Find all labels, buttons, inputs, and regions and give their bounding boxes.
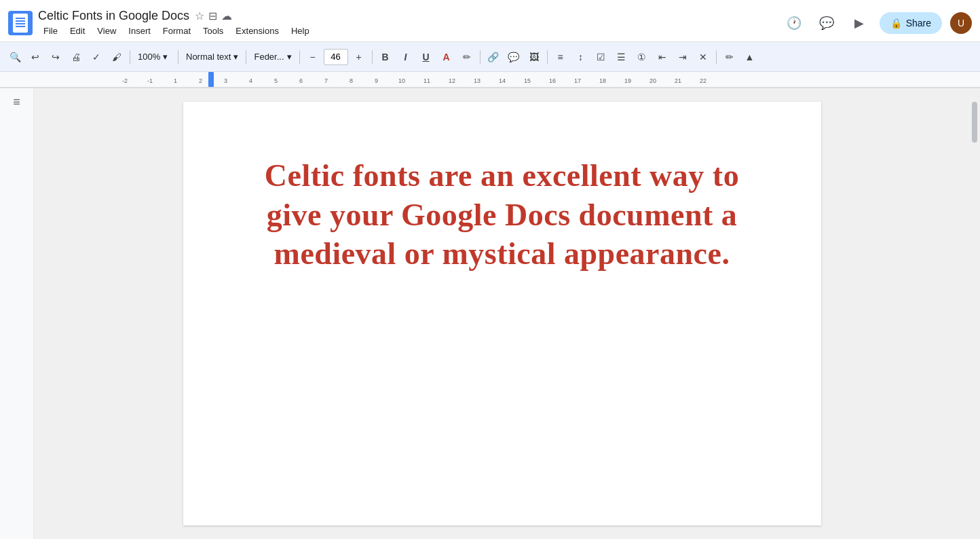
zoom-value: 100% — [138, 52, 160, 62]
font-name-value: Feder... — [254, 52, 284, 62]
zoom-dropdown[interactable]: 100% ▾ — [134, 48, 174, 67]
text-color-button[interactable]: A — [437, 48, 456, 67]
lock-icon: 🔒 — [890, 18, 902, 29]
svg-text:8: 8 — [350, 77, 353, 84]
font-size-input[interactable]: 46 — [324, 49, 348, 65]
main-content: ≡ Celtic fonts are an excellent way to g… — [0, 88, 980, 539]
folder-icon[interactable]: ⊟ — [208, 10, 217, 22]
image-button[interactable]: 🖼 — [525, 48, 544, 67]
menu-insert[interactable]: Insert — [123, 24, 156, 37]
title-bar: Celtic Fonts in Google Docs ☆ ⊟ ☁ File E… — [0, 0, 980, 42]
svg-text:1: 1 — [174, 77, 177, 84]
svg-text:-1: -1 — [147, 77, 153, 84]
indent-decrease-button[interactable]: ⇤ — [653, 48, 672, 67]
menu-edit[interactable]: Edit — [64, 24, 90, 37]
doc-area[interactable]: Celtic fonts are an excellent way to giv… — [34, 88, 970, 539]
svg-text:10: 10 — [398, 77, 405, 84]
header-right: 🕐 💬 ▶ 🔒 Share U — [782, 11, 972, 35]
svg-text:-2: -2 — [122, 77, 128, 84]
paragraph-style-dropdown[interactable]: Normal text ▾ — [182, 48, 242, 67]
doc-icon-inner — [13, 14, 28, 33]
doc-title[interactable]: Celtic Fonts in Google Docs — [38, 9, 189, 23]
indent-increase-button[interactable]: ⇥ — [673, 48, 692, 67]
line-spacing-button[interactable]: ↕ — [571, 48, 590, 67]
menu-format[interactable]: Format — [157, 24, 196, 37]
left-panel: ≡ — [0, 88, 34, 539]
doc-page: Celtic fonts are an excellent way to giv… — [183, 102, 821, 525]
svg-text:18: 18 — [599, 77, 606, 84]
present-button[interactable]: ▶ — [847, 11, 871, 35]
editing-mode-button[interactable]: ✏ — [720, 48, 739, 67]
title-icons: ☆ ⊟ ☁ — [195, 10, 232, 22]
comment-button[interactable]: 💬 — [504, 48, 523, 67]
svg-text:16: 16 — [549, 77, 556, 84]
separator-5 — [372, 50, 373, 64]
link-button[interactable]: 🔗 — [484, 48, 503, 67]
paragraph-style-value: Normal text — [186, 52, 231, 62]
font-size-control: − 46 + — [303, 48, 369, 67]
star-icon[interactable]: ☆ — [195, 10, 204, 22]
underline-button[interactable]: U — [417, 48, 436, 67]
numbered-list-button[interactable]: ① — [633, 48, 652, 67]
google-docs-icon — [8, 11, 33, 35]
checklist-button[interactable]: ☑ — [592, 48, 611, 67]
share-button[interactable]: 🔒 Share — [880, 12, 942, 34]
svg-text:6: 6 — [299, 77, 303, 84]
bullet-list-button[interactable]: ☰ — [612, 48, 631, 67]
menu-help[interactable]: Help — [286, 24, 315, 37]
user-avatar[interactable]: U — [950, 12, 972, 34]
separator-6 — [480, 50, 480, 64]
print-button[interactable]: 🖨 — [67, 48, 86, 67]
history-button[interactable]: 🕐 — [782, 11, 806, 35]
svg-text:4: 4 — [249, 77, 252, 84]
zoom-chevron: ▾ — [163, 52, 168, 62]
scrollbar-thumb[interactable] — [972, 102, 977, 143]
svg-text:11: 11 — [423, 77, 430, 84]
menu-view[interactable]: View — [92, 24, 121, 37]
italic-button[interactable]: I — [396, 48, 415, 67]
highlight-button[interactable]: ✏ — [457, 48, 476, 67]
menu-extensions[interactable]: Extensions — [230, 24, 284, 37]
ruler: -2 -1 1 2 3 4 5 6 7 8 9 10 11 12 13 14 1… — [0, 72, 980, 88]
bold-button[interactable]: B — [376, 48, 395, 67]
svg-text:19: 19 — [624, 77, 631, 84]
scrollbar-area — [970, 88, 980, 539]
svg-text:3: 3 — [224, 77, 227, 84]
font-dropdown[interactable]: Feder... ▾ — [250, 48, 295, 67]
svg-text:17: 17 — [574, 77, 581, 84]
separator-3 — [246, 50, 246, 64]
separator-7 — [547, 50, 548, 64]
svg-rect-25 — [208, 72, 214, 87]
undo-button[interactable]: ↩ — [26, 48, 45, 67]
separator-2 — [178, 50, 178, 64]
svg-text:7: 7 — [324, 77, 328, 84]
separator-1 — [130, 50, 130, 64]
title-row: Celtic Fonts in Google Docs ☆ ⊟ ☁ — [38, 9, 776, 23]
ruler-svg: -2 -1 1 2 3 4 5 6 7 8 9 10 11 12 13 14 1… — [0, 72, 980, 88]
svg-text:13: 13 — [474, 77, 480, 84]
font-size-increase[interactable]: + — [350, 48, 369, 67]
title-area: Celtic Fonts in Google Docs ☆ ⊟ ☁ File E… — [38, 9, 776, 37]
svg-text:22: 22 — [700, 77, 706, 84]
outline-icon[interactable]: ≡ — [13, 95, 20, 109]
svg-text:2: 2 — [199, 77, 202, 84]
font-size-decrease[interactable]: − — [303, 48, 322, 67]
comments-button[interactable]: 💬 — [814, 11, 839, 35]
spell-check-button[interactable]: ✓ — [87, 48, 106, 67]
paint-format-button[interactable]: 🖌 — [107, 48, 126, 67]
svg-text:14: 14 — [499, 77, 506, 84]
font-chevron: ▾ — [287, 52, 292, 62]
svg-text:5: 5 — [274, 77, 278, 84]
doc-content[interactable]: Celtic fonts are an excellent way to giv… — [251, 156, 753, 274]
svg-text:9: 9 — [375, 77, 378, 84]
svg-text:20: 20 — [649, 77, 656, 84]
collapse-button[interactable]: ▲ — [740, 48, 759, 67]
clear-format-button[interactable]: ✕ — [694, 48, 713, 67]
menu-tools[interactable]: Tools — [197, 24, 229, 37]
menu-file[interactable]: File — [38, 24, 63, 37]
share-label: Share — [906, 18, 931, 29]
align-button[interactable]: ≡ — [551, 48, 570, 67]
search-button[interactable]: 🔍 — [5, 48, 24, 67]
cloud-icon[interactable]: ☁ — [221, 10, 232, 22]
redo-button[interactable]: ↪ — [46, 48, 65, 67]
